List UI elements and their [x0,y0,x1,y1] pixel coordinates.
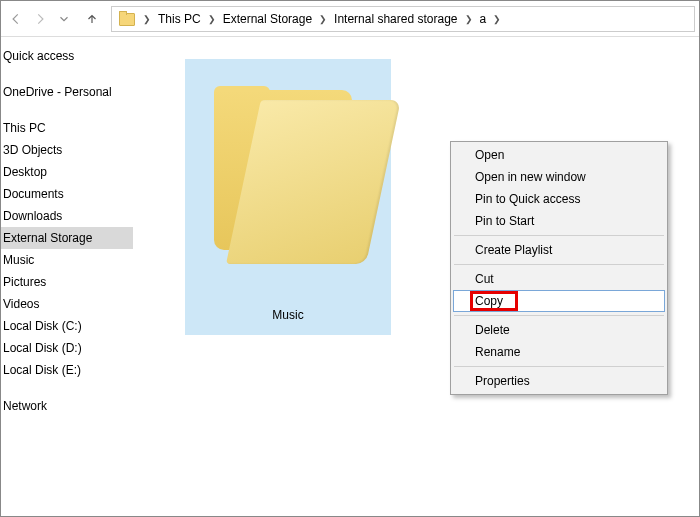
sidebar-item-label: Videos [3,297,39,311]
menu-item-label: Copy [475,294,503,308]
breadcrumb-label: a [476,12,491,26]
sidebar-item-local-disk-c[interactable]: Local Disk (C:) [1,315,133,337]
menu-item-rename[interactable]: Rename [453,341,665,363]
sidebar-item-label: OneDrive - Personal [3,85,112,99]
sidebar-item-documents[interactable]: Documents [1,183,133,205]
sidebar-item-music[interactable]: Music [1,249,133,271]
breadcrumb-label: Internal shared storage [330,12,461,26]
menu-item-label: Open in new window [475,170,586,184]
menu-item-label: Pin to Quick access [475,192,580,206]
breadcrumb[interactable]: ❯ This PC ❯ External Storage ❯ Internal … [111,6,695,32]
sidebar-item-label: Local Disk (E:) [3,363,81,377]
address-bar: ❯ This PC ❯ External Storage ❯ Internal … [1,1,699,37]
sidebar-item-this-pc[interactable]: This PC [1,117,133,139]
menu-item-label: Delete [475,323,510,337]
menu-item-label: Create Playlist [475,243,552,257]
sidebar-item-downloads[interactable]: Downloads [1,205,133,227]
chevron-right-icon[interactable]: ❯ [140,14,154,24]
breadcrumb-label: This PC [154,12,205,26]
folder-item[interactable]: Music [185,59,391,335]
breadcrumb-item[interactable]: External Storage ❯ [219,7,330,31]
menu-item-label: Cut [475,272,494,286]
breadcrumb-item[interactable]: Internal shared storage ❯ [330,7,475,31]
menu-item-copy[interactable]: Copy [453,290,665,312]
menu-item-label: Properties [475,374,530,388]
up-button[interactable] [81,8,103,30]
menu-item-open-new-window[interactable]: Open in new window [453,166,665,188]
sidebar-item-external-storage[interactable]: External Storage [1,227,133,249]
sidebar-item-label: Music [3,253,34,267]
sidebar-item-label: This PC [3,121,46,135]
sidebar-item-label: Network [3,399,47,413]
sidebar-item-quick-access[interactable]: Quick access [1,45,133,67]
menu-separator [454,315,664,316]
sidebar-item-pictures[interactable]: Pictures [1,271,133,293]
sidebar-item-local-disk-d[interactable]: Local Disk (D:) [1,337,133,359]
chevron-right-icon[interactable]: ❯ [205,14,219,24]
navigation-pane: Quick access OneDrive - Personal This PC… [1,37,133,516]
recent-dropdown[interactable] [53,8,75,30]
sidebar-item-label: 3D Objects [3,143,62,157]
menu-item-properties[interactable]: Properties [453,370,665,392]
menu-item-create-playlist[interactable]: Create Playlist [453,239,665,261]
breadcrumb-item[interactable]: a ❯ [476,7,505,31]
chevron-right-icon[interactable]: ❯ [316,14,330,24]
folder-icon [208,90,368,280]
menu-item-cut[interactable]: Cut [453,268,665,290]
breadcrumb-label: External Storage [219,12,316,26]
breadcrumb-item[interactable]: ❯ [140,7,154,31]
sidebar-item-desktop[interactable]: Desktop [1,161,133,183]
sidebar-item-label: Pictures [3,275,46,289]
menu-item-pin-quick-access[interactable]: Pin to Quick access [453,188,665,210]
folder-icon [118,10,136,28]
menu-separator [454,235,664,236]
back-button[interactable] [5,8,27,30]
sidebar-item-videos[interactable]: Videos [1,293,133,315]
forward-button[interactable] [29,8,51,30]
context-menu: Open Open in new window Pin to Quick acc… [450,141,668,395]
menu-item-label: Open [475,148,504,162]
sidebar-item-label: Local Disk (D:) [3,341,82,355]
menu-item-pin-start[interactable]: Pin to Start [453,210,665,232]
menu-item-label: Pin to Start [475,214,534,228]
sidebar-item-3d-objects[interactable]: 3D Objects [1,139,133,161]
chevron-right-icon[interactable]: ❯ [490,14,504,24]
sidebar-item-label: Documents [3,187,64,201]
sidebar-item-network[interactable]: Network [1,395,133,417]
sidebar-item-label: Downloads [3,209,62,223]
menu-separator [454,366,664,367]
chevron-right-icon[interactable]: ❯ [462,14,476,24]
sidebar-item-local-disk-e[interactable]: Local Disk (E:) [1,359,133,381]
sidebar-item-label: Quick access [3,49,74,63]
menu-item-open[interactable]: Open [453,144,665,166]
sidebar-item-label: Desktop [3,165,47,179]
menu-item-label: Rename [475,345,520,359]
sidebar-item-label: External Storage [3,231,92,245]
sidebar-item-label: Local Disk (C:) [3,319,82,333]
folder-item-label: Music [272,304,303,328]
menu-item-delete[interactable]: Delete [453,319,665,341]
menu-separator [454,264,664,265]
breadcrumb-item[interactable]: This PC ❯ [154,7,219,31]
sidebar-item-onedrive[interactable]: OneDrive - Personal [1,81,133,103]
